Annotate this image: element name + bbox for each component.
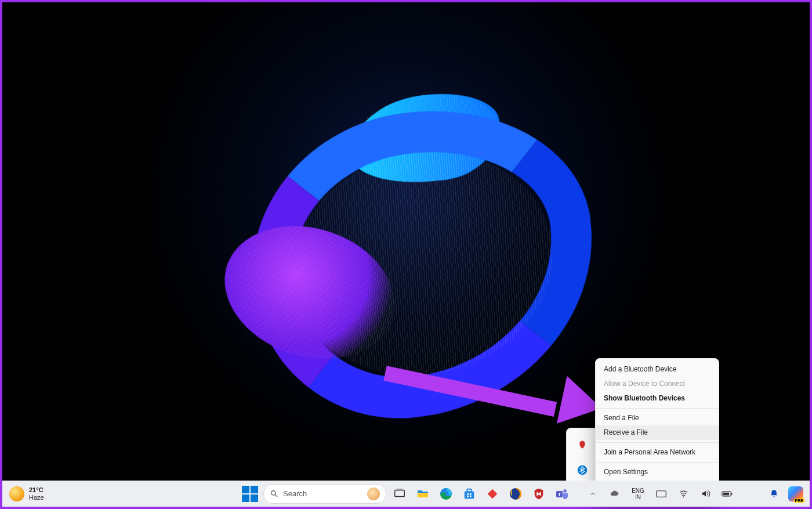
svg-rect-20 (731, 493, 733, 494)
ctx-send-file[interactable]: Send a File (596, 411, 719, 425)
chevron-up-icon (589, 490, 596, 497)
task-view-icon (393, 488, 406, 500)
search-box[interactable]: Search (263, 484, 386, 504)
desktop[interactable]: Add a Bluetooth Device Allow a Device to… (2, 2, 810, 481)
wifi-icon (679, 489, 688, 499)
ctx-separator (596, 408, 719, 409)
wallpaper-art (200, 78, 565, 368)
speaker-button[interactable] (695, 484, 716, 504)
keyboard-icon (656, 490, 666, 498)
ctx-add-device[interactable]: Add a Bluetooth Device (596, 362, 719, 377)
ctx-show-devices[interactable]: Show Bluetooth Devices (596, 391, 719, 406)
onedrive-icon (610, 489, 620, 499)
wifi-button[interactable] (673, 484, 694, 504)
language-button[interactable]: ENG IN (626, 484, 650, 504)
bluetooth-icon[interactable] (575, 463, 589, 477)
ctx-allow-connect: Allow a Device to Connect (596, 377, 719, 391)
firefox-icon (509, 487, 523, 501)
edge-icon (439, 487, 453, 501)
tray-overflow-popup[interactable] (566, 428, 599, 487)
ctx-separator (596, 462, 719, 463)
microsoft-store-button[interactable] (459, 484, 479, 504)
ctx-separator (596, 442, 719, 443)
ctx-receive-file[interactable]: Receive a File (596, 425, 719, 440)
svg-point-18 (683, 496, 684, 497)
language-bottom: IN (635, 494, 641, 500)
mcafee-update-icon[interactable] (575, 438, 589, 452)
copilot-button[interactable] (785, 484, 806, 504)
edge-button[interactable] (436, 484, 456, 504)
svg-text:T: T (558, 492, 561, 497)
battery-icon (722, 490, 733, 498)
svg-rect-10 (467, 495, 469, 497)
svg-rect-3 (395, 490, 405, 496)
teams-icon: T (555, 487, 569, 501)
windows-icon (242, 486, 258, 502)
taskbar-center: Search T (240, 481, 572, 507)
store-icon (463, 488, 476, 500)
onedrive-tray-button[interactable] (604, 484, 625, 504)
svg-rect-7 (467, 489, 471, 492)
task-view-button[interactable] (390, 484, 409, 504)
weather-widget[interactable]: 21°C Haze (2, 481, 51, 507)
speaker-icon (701, 489, 710, 499)
svg-point-1 (271, 491, 276, 496)
ctx-join-pan[interactable]: Join a Personal Area Network (596, 445, 719, 460)
svg-rect-6 (465, 491, 474, 499)
diamond-icon (487, 488, 498, 500)
input-indicator-button[interactable] (651, 484, 672, 504)
svg-point-15 (563, 489, 567, 493)
weather-temp: 21°C (29, 486, 44, 494)
mcafee-button[interactable] (529, 484, 549, 504)
firefox-button[interactable] (506, 484, 525, 504)
search-placeholder: Search (283, 489, 307, 498)
tray-chevron-button[interactable] (582, 484, 603, 504)
file-explorer-button[interactable] (413, 484, 433, 504)
ctx-open-settings[interactable]: Open Settings (596, 465, 719, 479)
file-explorer-icon (416, 487, 430, 501)
svg-rect-4 (397, 488, 403, 490)
svg-rect-9 (470, 493, 472, 495)
start-button[interactable] (240, 484, 260, 504)
taskbar[interactable]: 21°C Haze Search (2, 481, 810, 507)
teams-button[interactable]: T (552, 484, 572, 504)
search-highlight-icon (367, 488, 380, 500)
svg-rect-11 (470, 495, 472, 497)
language-top: ENG (632, 488, 644, 494)
svg-rect-21 (723, 492, 729, 495)
pinned-app-button[interactable] (483, 484, 502, 504)
svg-rect-8 (467, 493, 469, 495)
weather-icon (9, 486, 24, 501)
mcafee-icon (532, 488, 545, 500)
battery-button[interactable] (717, 484, 738, 504)
search-icon (270, 489, 278, 498)
clock-button[interactable] (739, 484, 762, 504)
svg-line-2 (275, 494, 277, 497)
annotation-arrow (385, 344, 600, 425)
bell-icon (769, 489, 779, 499)
svg-rect-16 (657, 490, 666, 497)
taskbar-right: ENG IN (582, 481, 806, 507)
copilot-icon (788, 486, 803, 501)
notification-button[interactable] (763, 484, 784, 504)
weather-condition: Haze (29, 494, 44, 501)
